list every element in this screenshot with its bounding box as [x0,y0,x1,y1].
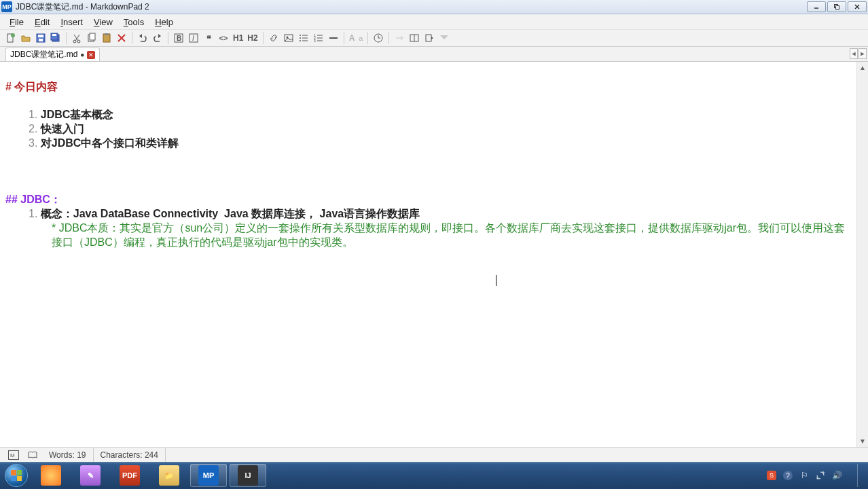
quote-icon[interactable]: ❝ [202,31,215,45]
lowercase-button[interactable]: a [357,34,364,42]
h2-button[interactable]: H2 [246,33,259,43]
menu-view[interactable]: View [88,16,118,29]
taskbar-item-markdownpad[interactable]: MP [190,464,227,487]
menu-edit[interactable]: Edit [29,16,55,29]
tab-label: JDBC课堂笔记.md [10,49,77,60]
tray-flag-icon[interactable]: ⚐ [799,470,810,481]
list-item: 对JDBC中各个接口和类详解 [41,137,179,149]
tool1-icon[interactable] [393,31,406,45]
tab-nav-right-icon[interactable]: ► [858,48,867,59]
h1-button[interactable]: H1 [232,33,245,43]
menu-tools[interactable]: Tools [118,16,149,29]
scroll-down-icon[interactable]: ▼ [857,435,868,447]
taskbar-item[interactable]: ✎ [72,464,109,487]
tray-volume-icon[interactable]: 🔊 [831,470,842,481]
tray-sync-icon[interactable] [815,470,826,481]
comment-text: * JDBC本质：其实是官方（sun公司）定义的一套操作所有关系型数据库的规则，… [5,221,851,250]
preview-pane-icon[interactable] [408,31,421,45]
separator [344,32,344,44]
menu-help[interactable]: Help [149,16,179,29]
italic-icon[interactable]: I [187,31,200,45]
list-item: JDBC基本概念 [41,109,114,120]
editor-content[interactable]: # 今日内容 1. JDBC基本概念2. 快速入门3. 对JDBC中各个接口和类… [0,62,856,447]
minimize-button[interactable] [807,1,826,12]
document-tab[interactable]: JDBC课堂笔记.md ● ✕ [5,48,100,61]
status-bar: M Words: 19 Characters: 244 [0,447,868,462]
svg-text:M: M [10,452,15,458]
svg-point-33 [300,40,301,41]
export-icon[interactable] [422,31,436,45]
scroll-track[interactable] [857,73,868,435]
svg-rect-12 [52,34,56,36]
h1-text: 今日内容 [14,81,58,92]
hr-icon[interactable] [327,31,340,45]
svg-point-29 [300,35,301,36]
show-desktop-button[interactable] [857,464,864,487]
svg-point-15 [73,40,76,43]
tray-help-icon[interactable]: ? [782,470,793,481]
svg-rect-18 [90,33,95,40]
windows-taskbar: ✎ PDF 📁 MP IJ S ? ⚐ 🔊 [0,462,868,489]
title-app: MarkdownPad 2 [90,2,149,12]
system-tray: S ? ⚐ 🔊 [766,464,864,487]
ul-icon[interactable] [297,31,310,45]
svg-rect-20 [105,33,109,35]
export-dropdown-icon[interactable] [437,31,451,45]
copy-icon[interactable] [85,31,98,45]
app-icon: MP [1,1,12,12]
book-icon[interactable] [23,450,42,460]
title-bar: MP JDBC课堂笔记.md - MarkdownPad 2 [0,0,868,14]
separator [66,32,67,44]
vertical-scrollbar[interactable]: ▲ ▼ [856,62,868,447]
bold-icon[interactable]: B [172,31,185,45]
tab-nav-left-icon[interactable]: ◄ [850,48,858,59]
open-folder-icon[interactable] [19,31,33,45]
window-title: JDBC课堂笔记.md - MarkdownPad 2 [16,1,807,13]
svg-text:B: B [177,35,181,42]
separator [263,32,264,44]
svg-point-31 [300,37,301,39]
link-icon[interactable] [267,31,281,45]
tab-strip: JDBC课堂笔记.md ● ✕ ◄ ► [0,47,868,62]
separator [388,32,389,44]
start-button[interactable] [3,462,30,489]
taskbar-item[interactable]: 📁 [151,464,187,487]
svg-rect-9 [39,39,43,41]
separator [367,32,368,44]
taskbar-item[interactable]: IJ [230,464,266,487]
tab-close-icon[interactable]: ✕ [87,51,95,59]
save-icon[interactable] [34,31,48,45]
redo-icon[interactable] [151,31,164,45]
svg-rect-2 [836,6,839,10]
delete-icon[interactable] [115,31,128,45]
scroll-up-icon[interactable]: ▲ [857,62,868,73]
markdown-mode-icon[interactable]: M [4,450,23,460]
timestamp-icon[interactable] [372,31,385,45]
ol-icon[interactable]: 123 [312,31,325,45]
image-icon[interactable] [282,31,295,45]
tray-icon[interactable]: S [766,470,777,481]
new-file-icon[interactable] [4,31,18,45]
list-item: 概念：Java DataBase Connectivity Java 数据库连接… [41,208,420,219]
cut-icon[interactable] [70,31,84,45]
title-file: JDBC课堂笔记.md [16,2,83,12]
toolbar: B I ❝ <> H1 H2 123 A a [0,29,868,47]
h2-text: JDBC： [20,194,61,205]
menu-insert[interactable]: Insert [55,16,88,29]
svg-point-16 [77,40,80,43]
code-icon[interactable]: <> [217,31,230,45]
save-all-icon[interactable] [49,31,62,45]
modified-dot-icon: ● [80,51,84,58]
close-button[interactable] [848,1,867,12]
paste-icon[interactable] [100,31,113,45]
menu-file[interactable]: File [4,16,29,29]
maximize-button[interactable] [827,1,846,12]
svg-text:3: 3 [314,39,316,43]
undo-icon[interactable] [136,31,149,45]
svg-rect-8 [38,35,43,37]
svg-text:I: I [192,35,194,42]
taskbar-item[interactable] [33,464,69,487]
word-count: Words: 19 [42,448,94,462]
taskbar-item[interactable]: PDF [111,464,148,487]
uppercase-button[interactable]: A [348,33,357,43]
